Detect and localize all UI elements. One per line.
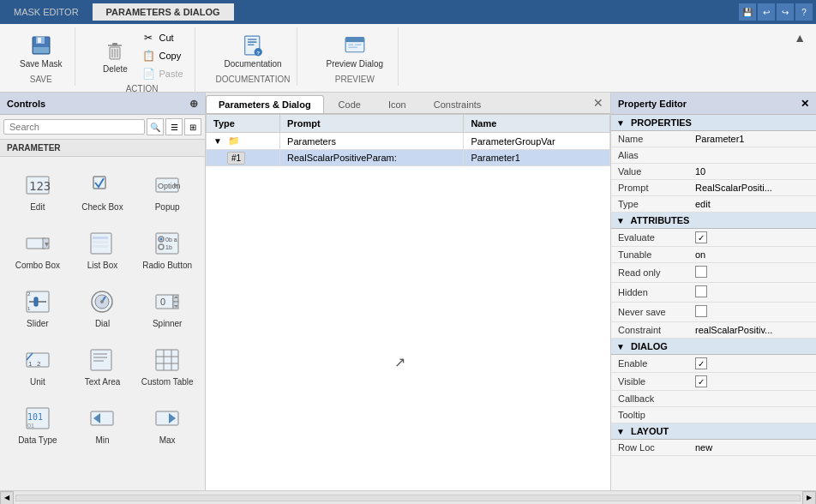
- name-cell: Parameter1: [464, 150, 610, 166]
- help-button[interactable]: ?: [795, 3, 813, 21]
- control-item-unit[interactable]: 1 2 Unit: [7, 339, 69, 393]
- save-titlebar-button[interactable]: 💾: [739, 3, 756, 21]
- tab-code[interactable]: Code: [326, 95, 374, 113]
- prop-row-alias: Alias: [611, 147, 816, 164]
- save-mask-button[interactable]: Save Mask: [14, 29, 68, 73]
- preview-dialog-button[interactable]: Preview Dialog: [318, 29, 391, 73]
- prop-row-name: Name Parameter1: [611, 131, 816, 147]
- prop-value-alias[interactable]: [688, 147, 816, 164]
- unit-label: Unit: [30, 377, 45, 387]
- prop-value-tunable[interactable]: on: [688, 247, 816, 263]
- control-item-custom-table[interactable]: Custom Table: [136, 339, 198, 393]
- never-save-checkbox[interactable]: [695, 305, 707, 317]
- delete-button[interactable]: Delete: [96, 34, 134, 78]
- hidden-checkbox[interactable]: [695, 285, 707, 297]
- dialog-expand-icon[interactable]: ▼: [616, 342, 625, 351]
- prop-value-callback[interactable]: [688, 391, 816, 407]
- svg-rect-18: [345, 40, 364, 42]
- prop-value-hidden[interactable]: [688, 283, 816, 303]
- svg-text:Option: Option: [158, 182, 181, 190]
- parameter-table: Type Prompt Name ▼ 📁 Parameters P: [206, 114, 610, 166]
- prop-value-enable[interactable]: [688, 355, 816, 373]
- cut-copy-paste-group: ✂ Cut 📋 Copy 📄 Paste: [137, 29, 187, 82]
- col-header-prompt: Prompt: [280, 115, 464, 133]
- documentation-button[interactable]: ? Documentation: [216, 29, 289, 73]
- control-item-combo-box[interactable]: Combo Box: [7, 222, 69, 277]
- properties-expand-icon[interactable]: ▼: [616, 118, 625, 128]
- list-box-label: List Box: [87, 261, 118, 271]
- grid-view-btn[interactable]: ⊞: [184, 118, 201, 135]
- redo-button[interactable]: ↪: [777, 3, 794, 21]
- prop-label-tunable: Tunable: [611, 247, 688, 263]
- content-area: Controls ⊕ 🔍 ☰ ⊞ PARAMETER: [0, 93, 816, 490]
- dial-label: Dial: [95, 319, 110, 329]
- control-item-dial[interactable]: Dial: [72, 280, 134, 335]
- tab-icon[interactable]: Icon: [375, 95, 419, 113]
- prop-value-prompt[interactable]: RealScalarPositi...: [688, 180, 816, 196]
- table-row[interactable]: #1 RealScalarPositiveParam: Parameter1: [207, 150, 610, 166]
- tab-mask-editor[interactable]: MASK EDITOR: [0, 3, 93, 21]
- prop-label-callback: Callback: [611, 391, 688, 407]
- paste-button[interactable]: 📄 Paste: [137, 65, 187, 82]
- search-icon-btn[interactable]: 🔍: [147, 118, 164, 135]
- tab-constraints[interactable]: Constraints: [421, 95, 495, 113]
- prop-row-never-save: Never save: [611, 303, 816, 322]
- documentation-icon: ?: [241, 33, 265, 57]
- prop-row-tooltip: Tooltip: [611, 407, 816, 423]
- expand-icon[interactable]: ▼: [213, 136, 222, 146]
- prop-value-value[interactable]: 10: [688, 164, 816, 180]
- properties-section-label: PROPERTIES: [631, 117, 692, 128]
- edit-label: Edit: [30, 202, 45, 213]
- control-item-data-type[interactable]: 101 01 Data Type: [7, 397, 69, 452]
- search-input[interactable]: [3, 119, 145, 135]
- control-item-list-box[interactable]: List Box: [72, 222, 134, 277]
- cut-button[interactable]: ✂ Cut: [137, 29, 187, 46]
- attributes-section-label: ATTRIBUTES: [631, 215, 690, 225]
- table-row[interactable]: ▼ 📁 Parameters ParameterGroupVar: [207, 133, 610, 150]
- control-item-spinner[interactable]: 0 Spinner: [136, 280, 198, 335]
- layout-expand-icon[interactable]: ▼: [616, 427, 625, 436]
- control-item-radio-button[interactable]: 0b a 1b Radio Button: [136, 222, 198, 277]
- visible-checkbox[interactable]: [695, 375, 707, 387]
- prop-value-evaluate[interactable]: [688, 229, 816, 247]
- scroll-left-btn[interactable]: ◀: [0, 491, 14, 505]
- scroll-track[interactable]: [15, 495, 801, 501]
- property-editor-scroll[interactable]: ▼ PROPERTIES Name Parameter1 Alias Value: [611, 115, 816, 490]
- control-item-edit[interactable]: 123 Edit: [7, 164, 69, 219]
- prop-value-read-only[interactable]: [688, 263, 816, 283]
- control-item-check-box[interactable]: Check Box: [72, 164, 134, 219]
- evaluate-checkbox[interactable]: [695, 231, 707, 243]
- toolbar-collapse-btn[interactable]: ▲: [790, 27, 809, 48]
- control-item-slider[interactable]: 1 2 Slider: [7, 280, 69, 335]
- toolbar-group-save: Save Mask SAVE: [7, 27, 75, 86]
- control-item-popup[interactable]: Option Popup: [136, 164, 198, 219]
- tab-parameters-dialog[interactable]: PARAMETERS & DIALOG: [93, 3, 234, 21]
- prop-label-enable: Enable: [611, 355, 688, 373]
- prop-value-constraint[interactable]: realScalarPositiv...: [688, 322, 816, 339]
- attributes-expand-icon[interactable]: ▼: [616, 216, 625, 225]
- prop-label-tooltip: Tooltip: [611, 407, 688, 423]
- scroll-right-btn[interactable]: ▶: [802, 491, 816, 505]
- prop-value-name[interactable]: Parameter1: [688, 131, 816, 147]
- tab-close-btn[interactable]: ✕: [586, 93, 610, 113]
- prop-label-name: Name: [611, 131, 688, 147]
- undo-button[interactable]: ↩: [758, 3, 775, 21]
- prop-value-type[interactable]: edit: [688, 196, 816, 213]
- prop-row-prompt: Prompt RealScalarPositi...: [611, 180, 816, 196]
- prop-value-tooltip[interactable]: [688, 407, 816, 423]
- list-view-btn[interactable]: ☰: [165, 118, 183, 135]
- enable-checkbox[interactable]: [695, 357, 707, 369]
- control-item-min[interactable]: Min: [72, 397, 134, 452]
- prop-value-never-save[interactable]: [688, 303, 816, 322]
- property-editor-close-btn[interactable]: ✕: [801, 98, 809, 110]
- toolbar-group-preview: Preview Dialog PREVIEW: [311, 27, 399, 86]
- prop-value-visible[interactable]: [688, 373, 816, 391]
- read-only-checkbox[interactable]: [695, 266, 707, 278]
- prompt-cell: RealScalarPositiveParam:: [280, 150, 464, 166]
- prop-value-row-loc[interactable]: new: [688, 440, 816, 456]
- control-item-text-area[interactable]: Text Area: [72, 339, 134, 393]
- tab-parameters-dialog[interactable]: Parameters & Dialog: [206, 95, 324, 113]
- panel-settings-icon[interactable]: ⊕: [189, 98, 198, 110]
- copy-button[interactable]: 📋 Copy: [137, 47, 187, 64]
- control-item-max[interactable]: Max: [136, 397, 198, 452]
